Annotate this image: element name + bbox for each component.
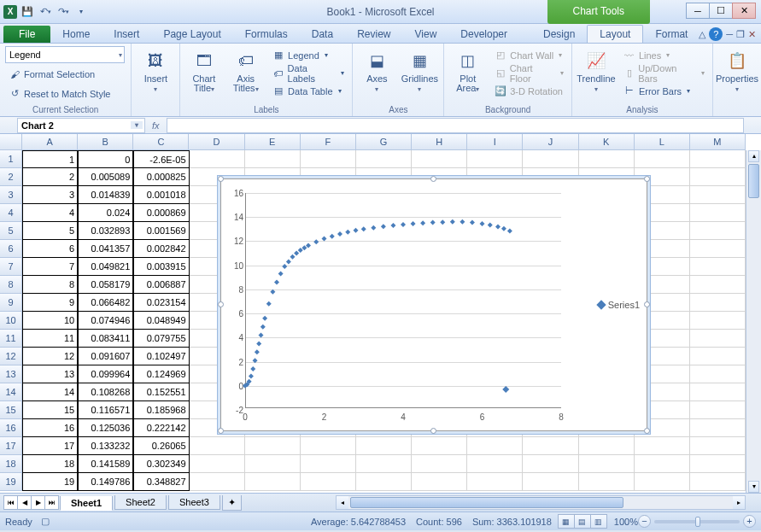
cell[interactable]: 0.108268 bbox=[78, 383, 133, 401]
formula-input[interactable] bbox=[167, 118, 744, 133]
cell[interactable]: 0.133232 bbox=[78, 437, 133, 455]
cell[interactable]: 19 bbox=[22, 473, 78, 491]
cell[interactable]: 0.041357 bbox=[78, 240, 133, 258]
cell[interactable]: 0.222142 bbox=[133, 419, 189, 437]
tab-page-layout[interactable]: Page Layout bbox=[151, 26, 232, 43]
row-header[interactable]: 18 bbox=[0, 455, 22, 473]
cell[interactable]: 4 bbox=[22, 204, 78, 222]
column-header[interactable]: E bbox=[245, 134, 301, 150]
column-header[interactable]: J bbox=[523, 134, 578, 150]
last-sheet-button[interactable]: ⏭ bbox=[44, 495, 59, 510]
cell[interactable] bbox=[356, 150, 412, 168]
doc-minimize-icon[interactable]: ─ bbox=[726, 29, 733, 39]
close-button[interactable]: ✕ bbox=[732, 3, 756, 19]
row-header[interactable]: 14 bbox=[0, 383, 22, 401]
cell[interactable] bbox=[245, 437, 301, 455]
page-layout-view-button[interactable]: ▤ bbox=[574, 514, 591, 529]
cell[interactable]: 0.002842 bbox=[133, 240, 189, 258]
data-labels-button[interactable]: 🏷Data Labels▾ bbox=[269, 64, 347, 82]
cell[interactable]: 0.185968 bbox=[133, 401, 189, 419]
cell[interactable] bbox=[190, 455, 245, 473]
fx-icon[interactable]: fx bbox=[152, 120, 160, 131]
cell[interactable]: 18 bbox=[22, 455, 78, 473]
cell[interactable] bbox=[301, 473, 356, 491]
cell[interactable] bbox=[467, 150, 523, 168]
cell[interactable] bbox=[245, 455, 301, 473]
cell[interactable]: 0.006887 bbox=[133, 276, 189, 294]
chart-title-button[interactable]: 🗔 Chart Title▾ bbox=[185, 46, 222, 105]
row-header[interactable]: 2 bbox=[0, 168, 22, 186]
cell[interactable] bbox=[690, 437, 746, 455]
cell[interactable] bbox=[523, 437, 578, 455]
qat-customize-icon[interactable]: ▾ bbox=[73, 4, 89, 20]
cell[interactable] bbox=[245, 473, 301, 491]
column-header[interactable]: M bbox=[690, 134, 746, 150]
row-header[interactable]: 12 bbox=[0, 348, 22, 365]
cell[interactable] bbox=[690, 240, 746, 258]
cell[interactable] bbox=[690, 383, 746, 401]
minimize-ribbon-icon[interactable]: △ bbox=[699, 29, 705, 40]
cell[interactable]: 13 bbox=[22, 365, 78, 383]
column-header[interactable]: K bbox=[579, 134, 635, 150]
cell[interactable] bbox=[301, 437, 356, 455]
cell[interactable] bbox=[190, 150, 245, 168]
tab-data[interactable]: Data bbox=[300, 26, 345, 43]
row-header[interactable]: 5 bbox=[0, 222, 22, 240]
row-header[interactable]: 13 bbox=[0, 365, 22, 383]
cell[interactable]: 0.091607 bbox=[78, 348, 133, 365]
cell[interactable] bbox=[690, 330, 746, 348]
cell[interactable]: 0.26065 bbox=[133, 437, 189, 455]
scroll-left-icon[interactable]: ◂ bbox=[337, 496, 348, 509]
row-header[interactable]: 17 bbox=[0, 437, 22, 455]
cell[interactable]: 0.032893 bbox=[78, 222, 133, 240]
cell[interactable]: 11 bbox=[22, 330, 78, 348]
cell[interactable]: 0.005089 bbox=[78, 168, 133, 186]
undo-icon[interactable]: ↶▾ bbox=[38, 4, 53, 20]
row-header[interactable]: 1 bbox=[0, 150, 22, 168]
row-header[interactable]: 16 bbox=[0, 419, 22, 437]
tab-review[interactable]: Review bbox=[345, 26, 402, 43]
legend-button[interactable]: ▦Legend▾ bbox=[269, 46, 347, 64]
cell[interactable]: 16 bbox=[22, 419, 78, 437]
cell[interactable] bbox=[690, 419, 746, 437]
scroll-up-icon[interactable]: ▴ bbox=[748, 150, 759, 162]
axis-titles-button[interactable]: 🏷 Axis Titles▾ bbox=[227, 46, 264, 105]
cell[interactable] bbox=[301, 455, 356, 473]
cell[interactable] bbox=[690, 186, 746, 204]
plot-area-button[interactable]: ◫ Plot Area▾ bbox=[449, 46, 486, 105]
tab-layout[interactable]: Layout bbox=[587, 25, 643, 43]
cell[interactable] bbox=[523, 473, 578, 491]
row-header[interactable]: 6 bbox=[0, 240, 22, 258]
cell[interactable]: 0.083411 bbox=[78, 330, 133, 348]
reset-style-button[interactable]: ↺ Reset to Match Style bbox=[5, 85, 126, 102]
row-header[interactable]: 11 bbox=[0, 330, 22, 348]
redo-icon[interactable]: ↷▾ bbox=[56, 4, 71, 20]
row-header[interactable]: 8 bbox=[0, 276, 22, 294]
cell[interactable] bbox=[690, 294, 746, 312]
cell[interactable] bbox=[690, 258, 746, 276]
doc-restore-icon[interactable]: ❐ bbox=[736, 29, 745, 40]
cell[interactable] bbox=[635, 150, 690, 168]
tab-format[interactable]: Format bbox=[643, 26, 700, 43]
cell[interactable]: 0.124969 bbox=[133, 365, 189, 383]
column-header[interactable]: A bbox=[22, 134, 78, 150]
cell[interactable] bbox=[690, 168, 746, 186]
zoom-slider[interactable] bbox=[654, 520, 740, 523]
cell[interactable]: 0.048949 bbox=[133, 312, 189, 330]
zoom-out-button[interactable]: − bbox=[638, 515, 651, 528]
cell[interactable] bbox=[412, 150, 467, 168]
cell[interactable] bbox=[579, 150, 635, 168]
cell[interactable]: 10 bbox=[22, 312, 78, 330]
cell[interactable] bbox=[690, 312, 746, 330]
row-header[interactable]: 4 bbox=[0, 204, 22, 222]
cell[interactable]: 0.003915 bbox=[133, 258, 189, 276]
column-header[interactable]: F bbox=[301, 134, 356, 150]
cell[interactable]: 0.125036 bbox=[78, 419, 133, 437]
cell[interactable] bbox=[690, 348, 746, 365]
hscroll-thumb[interactable] bbox=[350, 497, 623, 508]
cell[interactable] bbox=[190, 473, 245, 491]
scroll-down-icon[interactable]: ▾ bbox=[748, 481, 759, 493]
maximize-button[interactable]: ☐ bbox=[709, 3, 733, 19]
cell[interactable] bbox=[467, 437, 523, 455]
cell[interactable] bbox=[356, 437, 412, 455]
